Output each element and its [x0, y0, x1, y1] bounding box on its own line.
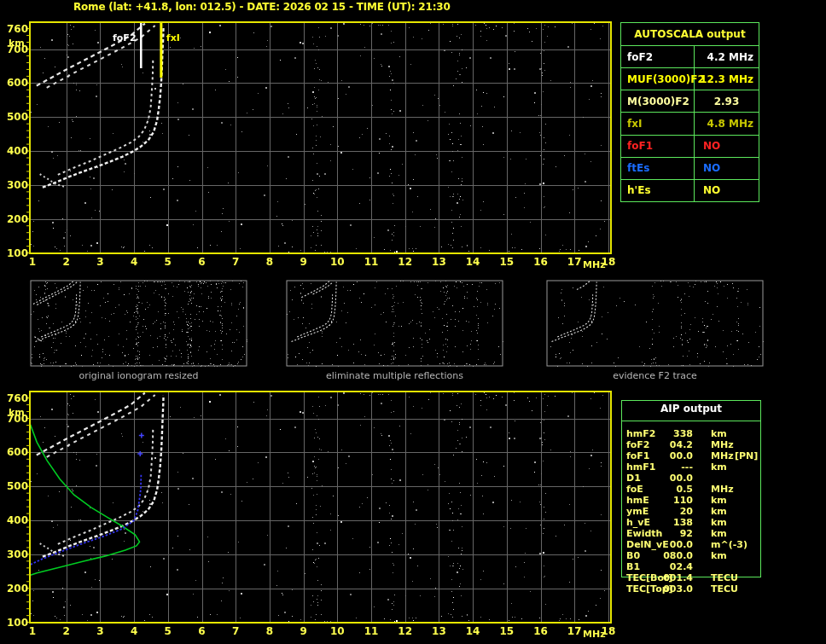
x-tick-label: 6 [191, 625, 213, 637]
parameter-unit: MHz [711, 450, 734, 461]
x-tick-label: 3 [89, 625, 111, 637]
parameter-name: B0 [626, 550, 640, 561]
aip-header-separator [622, 421, 760, 421]
aip-row-hmf2: hmF2338km [621, 428, 761, 439]
parameter-unit: km [711, 528, 727, 539]
autoscala-output-screen: foF2fxI Rome (lat: +41.8, lon: 012.5) - … [0, 0, 826, 644]
x-tick-label: 10 [326, 256, 348, 268]
y-tick-label: 200 [3, 213, 28, 225]
autoscala-row-fof2: foF24.2 MHz [621, 46, 759, 68]
x-axis-unit-label: MHz [583, 259, 606, 270]
y-tick-label: 760 [3, 23, 28, 35]
y-tick-label: 600 [3, 446, 28, 458]
y-tick-label: 760 [3, 392, 28, 404]
parameter-value: NO [695, 184, 759, 196]
top-ionogram-traces [37, 24, 164, 188]
x-tick-label: 2 [55, 256, 78, 268]
parameter-unit: km [711, 461, 727, 473]
parameter-value: 001.4 [645, 572, 693, 583]
x-tick-label: 12 [394, 256, 416, 268]
autoscala-row-h-es: h'EsNO [621, 180, 759, 201]
top-plot-border [30, 22, 611, 253]
aip-row-hmf1: hmF1---km [621, 461, 761, 473]
x-tick-label: 10 [326, 625, 348, 637]
aip-row-d1: D100.0 [621, 473, 761, 484]
x-tick-label: 7 [224, 256, 247, 268]
parameter-unit: km [711, 495, 727, 506]
parameter-value: 110 [645, 495, 693, 506]
aip-row-foe: foE0.5MHz [621, 484, 761, 495]
fof2-marker-label: foF2 [113, 32, 137, 44]
fxi-marker-line [160, 23, 162, 78]
y-tick-label: 400 [3, 145, 28, 157]
x-tick-label: 14 [462, 256, 484, 268]
x-tick-label: 15 [496, 625, 518, 637]
parameter-name: foE [626, 484, 643, 495]
x-tick-label: 9 [293, 625, 315, 637]
parameter-value: 4.8 MHz [695, 118, 759, 130]
parameter-unit: km [711, 550, 727, 561]
x-axis-unit-label: MHz [583, 629, 606, 640]
parameter-value: 138 [645, 517, 693, 528]
page-title: Rome (lat: +41.8, lon: 012.5) - DATE: 20… [73, 1, 451, 13]
y-tick-label: 300 [3, 548, 28, 560]
y-tick-label: 300 [3, 179, 28, 191]
panel-3-border [547, 281, 763, 366]
x-tick-label: 4 [123, 256, 145, 268]
parameter-value: 2.93 [695, 96, 759, 107]
y-tick-label: 200 [3, 583, 28, 595]
parameter-name: MUF(3000)F2 [621, 68, 695, 90]
parameter-name: fxI [621, 113, 695, 134]
parameter-value: NO [695, 162, 759, 174]
parameter-value: 338 [645, 428, 693, 439]
autoscala-table-header: AUTOSCALA output [621, 23, 759, 46]
panel-1-border [31, 281, 247, 366]
aip-row-b0: B0080.0km [621, 550, 761, 561]
aip-table-header: AIP output [621, 403, 761, 415]
autoscala-row-ftes: ftEsNO [621, 158, 759, 180]
parameter-name: foF1 [621, 136, 695, 157]
bottom-ionogram-traces [37, 393, 164, 557]
x-tick-label: 8 [259, 256, 281, 268]
x-tick-label: 14 [462, 625, 484, 637]
parameter-value: 003.0 [645, 583, 693, 595]
x-tick-label: 13 [428, 625, 450, 637]
parameter-name: ftEs [621, 158, 695, 179]
parameter-value: NO [695, 140, 759, 152]
parameter-unit: MHz [711, 484, 734, 495]
autoscala-row-muf-3000-f2: MUF(3000)F212.3 MHz [621, 68, 759, 90]
x-tick-label: 7 [224, 625, 247, 637]
parameter-value: 04.2 [645, 439, 693, 450]
parameter-name: foF2 [621, 46, 695, 67]
parameter-unit: MHz [711, 439, 734, 450]
panel-3-traces [552, 281, 597, 342]
parameter-value: 00.0 [645, 539, 693, 550]
autoscala-row-fof1: foF1NO [621, 136, 759, 158]
panel-caption-eliminate: eliminate multiple reflections [287, 370, 503, 381]
parameter-unit: m^(-3) [711, 539, 747, 550]
autoscala-output-table: AUTOSCALA output foF24.2 MHzMUF(3000)F21… [620, 22, 759, 202]
x-tick-label: 5 [157, 625, 179, 637]
x-tick-label: 4 [123, 625, 145, 637]
x-tick-label: 13 [428, 256, 450, 268]
parameter-unit: km [711, 428, 727, 439]
aip-row-b1: B102.4 [621, 561, 761, 572]
parameter-unit: TECU [711, 583, 738, 595]
parameter-name: B1 [626, 561, 640, 572]
parameter-value: 00.0 [645, 473, 693, 484]
parameter-value: 00.0 [645, 450, 693, 461]
blue-cross-marker [137, 451, 143, 456]
fof2-marker-line [140, 23, 143, 68]
autoscala-table-rows: foF24.2 MHzMUF(3000)F212.3 MHzM(3000)F22… [621, 46, 759, 201]
parameter-name: h'Es [621, 180, 695, 201]
x-tick-label: 16 [530, 625, 552, 637]
y-axis-unit-label: km [9, 407, 25, 418]
parameter-value: 12.3 MHz [695, 73, 759, 85]
parameter-value: 4.2 MHz [695, 51, 759, 63]
parameter-unit: km [711, 517, 727, 528]
parameter-value: 92 [645, 528, 693, 539]
blue-cross-marker [139, 432, 144, 438]
aip-row-fof1: foF100.0MHz[PN] [621, 450, 761, 461]
aip-profile-traces [31, 425, 144, 576]
y-axis-unit-label: km [9, 38, 25, 49]
